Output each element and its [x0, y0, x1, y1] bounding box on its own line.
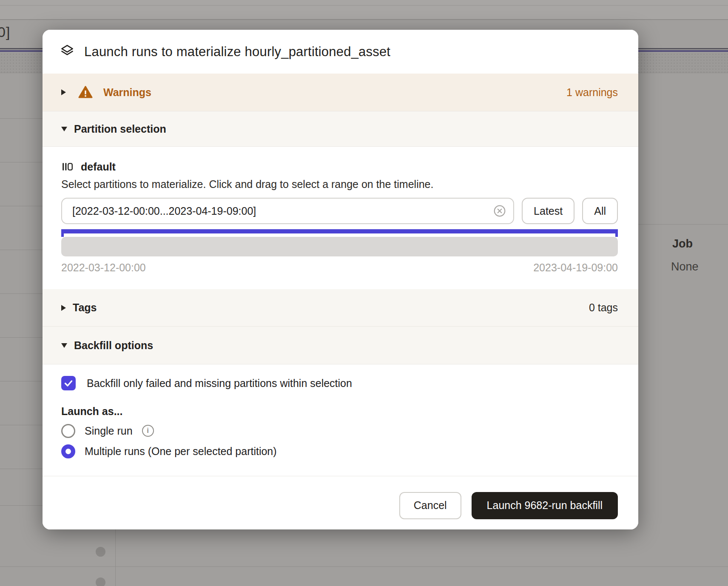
chevron-down-icon	[61, 343, 67, 348]
warnings-count: 1 warnings	[566, 86, 618, 99]
backdrop-toolbar-line	[0, 5, 728, 6]
chevron-down-icon	[61, 127, 67, 131]
dialog-footer: Cancel Launch 9682-run backfill	[43, 476, 638, 529]
warnings-section-toggle[interactable]: Warnings 1 warnings	[43, 74, 638, 111]
backfill-only-failed-label: Backfill only failed and missing partiti…	[87, 377, 352, 390]
dialog-title: Launch runs to materialize hourly_partit…	[84, 44, 390, 60]
backdrop-job-column-header: Job	[672, 237, 693, 250]
info-icon[interactable]: i	[142, 425, 154, 437]
backdrop-row-divider	[0, 293, 43, 294]
backfill-only-failed-checkbox[interactable]	[61, 376, 76, 390]
clear-circle-icon	[493, 213, 506, 219]
backdrop-row-divider	[0, 505, 43, 506]
backfill-options-header: Backfill options	[74, 339, 153, 352]
tags-count: 0 tags	[589, 302, 618, 314]
backdrop-row-divider	[0, 566, 728, 567]
backfill-options-body: Backfill only failed and missing partiti…	[43, 364, 638, 476]
launch-backfill-button[interactable]: Launch 9682-run backfill	[472, 492, 618, 519]
single-run-label: Single run	[85, 425, 133, 437]
multiple-runs-label: Multiple runs (One per selected partitio…	[85, 445, 277, 458]
multiple-runs-radio[interactable]	[61, 444, 75, 458]
partition-selection-body: default Select partitions to materialize…	[43, 147, 638, 289]
backfill-options-section-toggle[interactable]: Backfill options	[43, 327, 638, 364]
cancel-button[interactable]: Cancel	[399, 492, 461, 519]
backdrop-column-divider	[115, 529, 116, 586]
backdrop-toolbar	[0, 0, 728, 20]
all-button[interactable]: All	[582, 198, 618, 224]
launch-backfill-dialog: Launch runs to materialize hourly_partit…	[43, 30, 638, 529]
partition-range-input[interactable]	[61, 198, 514, 224]
single-run-radio[interactable]	[61, 424, 75, 438]
chevron-right-icon	[61, 305, 66, 311]
clear-selection-button[interactable]	[493, 204, 506, 218]
checkmark-icon	[63, 378, 74, 388]
launch-as-label: Launch as...	[61, 405, 618, 418]
backdrop-status-dot	[96, 547, 105, 557]
backdrop-row-divider	[0, 381, 43, 381]
backdrop-row-divider	[0, 206, 43, 206]
backdrop-job-column-value: None	[671, 260, 699, 273]
backdrop-status-dot	[96, 577, 105, 586]
tags-section-toggle[interactable]: Tags 0 tags	[43, 289, 638, 327]
tags-header: Tags	[73, 302, 97, 314]
warning-triangle-icon	[78, 85, 93, 100]
latest-button[interactable]: Latest	[522, 198, 574, 224]
dialog-header: Launch runs to materialize hourly_partit…	[43, 30, 638, 74]
partition-set-icon	[61, 160, 74, 173]
backdrop-row-divider	[0, 425, 43, 425]
backdrop-row-divider	[0, 118, 43, 119]
partition-selection-header: Partition selection	[74, 123, 166, 135]
backdrop-row-divider	[0, 250, 43, 250]
partition-selection-description: Select partitions to materialize. Click …	[61, 178, 618, 191]
timeline-end-label: 2023-04-19-09:00	[533, 262, 618, 274]
timeline-start-label: 2022-03-12-00:00	[61, 262, 146, 274]
timeline-selection-bracket[interactable]	[61, 229, 618, 237]
partition-dimension-name: default	[81, 161, 116, 173]
backdrop-row-divider	[0, 337, 43, 338]
chevron-right-icon	[61, 89, 66, 95]
backdrop-row-divider	[0, 469, 43, 469]
partition-timeline-bar[interactable]	[61, 237, 618, 256]
warnings-label: Warnings	[103, 86, 151, 99]
backdrop-row-divider	[638, 224, 728, 225]
asset-layers-icon	[60, 43, 75, 60]
backdrop-row-divider	[0, 162, 43, 162]
partition-selection-section-toggle[interactable]: Partition selection	[43, 111, 638, 147]
backdrop-partial-input-text: 0]	[0, 24, 10, 40]
